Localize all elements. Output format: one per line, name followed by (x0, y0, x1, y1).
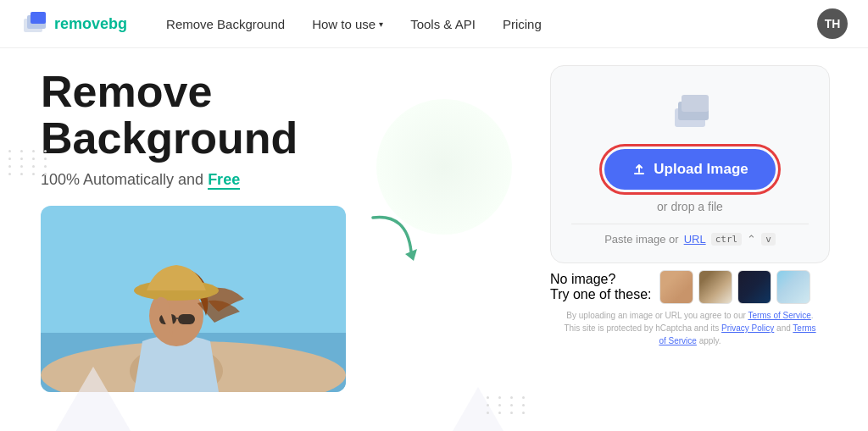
navbar: removebg Remove Background How to use ▾ … (0, 0, 868, 48)
user-avatar[interactable]: TH (817, 8, 848, 39)
svg-rect-2 (31, 12, 46, 24)
sample-thumb-2[interactable] (698, 270, 732, 304)
upload-section: Upload Image or drop a file Paste image … (529, 48, 868, 431)
drop-text: or drop a file (657, 200, 723, 213)
chevron-down-icon: ▾ (379, 19, 383, 29)
keyboard-shortcut-ctrl: ctrl (711, 233, 743, 246)
no-image-label: No image? Try one of these: (550, 272, 651, 302)
hero-section: Remove Background 100% Automatically and… (0, 48, 529, 431)
decorative-dots-right (487, 396, 529, 414)
sample-thumb-3[interactable] (737, 270, 771, 304)
privacy-link[interactable]: Privacy Policy (721, 323, 774, 333)
main-content: Remove Background 100% Automatically and… (0, 48, 868, 431)
sample-thumb-4[interactable] (776, 270, 810, 304)
nav-remove-background[interactable]: Remove Background (154, 10, 297, 38)
legal-text: By uploading an image or URL you agree t… (563, 309, 817, 347)
logo-icon (20, 10, 47, 37)
sample-thumb-1[interactable] (659, 270, 693, 304)
arrow-decoration (364, 205, 432, 276)
decorative-dots-left (8, 150, 51, 175)
sample-images-row: No image? Try one of these: (550, 270, 830, 304)
sample-image (41, 206, 346, 392)
nav-links: Remove Background How to use ▾ Tools & A… (154, 10, 817, 38)
decorative-triangle-left (51, 367, 136, 431)
paste-url-link[interactable]: URL (684, 233, 706, 246)
layers-icon (665, 90, 715, 135)
svg-rect-16 (634, 173, 644, 174)
nav-tools-api[interactable]: Tools & API (398, 10, 487, 38)
upload-button[interactable]: Upload Image (604, 149, 775, 190)
upload-box: Upload Image or drop a file Paste image … (550, 65, 830, 263)
paste-row: Paste image or URL ctrl ⌃ v (571, 224, 809, 246)
svg-rect-10 (178, 314, 195, 324)
keyboard-shortcut-v: v (761, 233, 776, 246)
sample-thumbs (659, 270, 810, 304)
nav-how-to-use[interactable]: How to use ▾ (300, 10, 395, 38)
logo-text: removebg (54, 15, 127, 33)
nav-pricing[interactable]: Pricing (491, 10, 554, 38)
upload-icon (632, 162, 647, 177)
logo[interactable]: removebg (20, 10, 127, 37)
tos-link[interactable]: Terms of Service (748, 311, 810, 320)
svg-rect-15 (682, 95, 709, 112)
